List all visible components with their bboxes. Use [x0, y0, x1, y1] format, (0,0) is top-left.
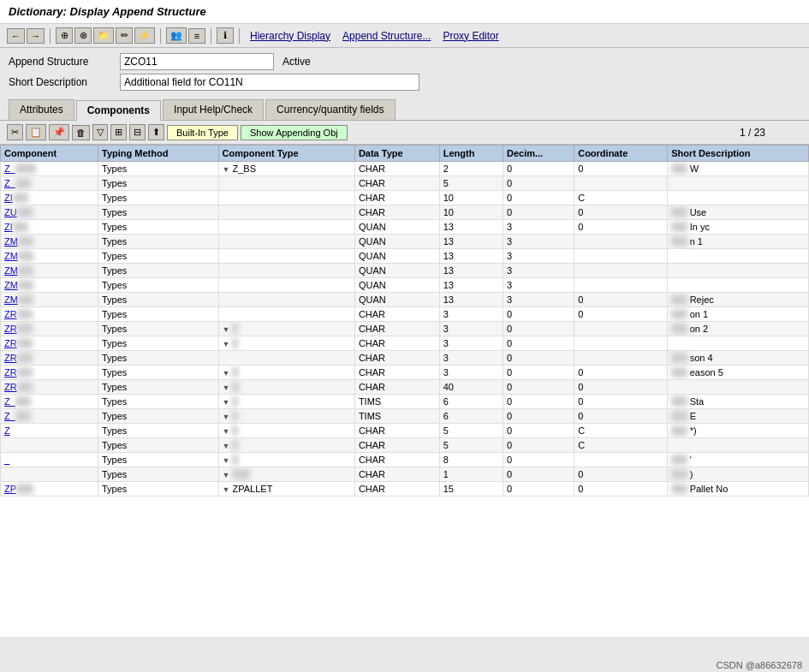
table-cell — [218, 176, 354, 191]
filter-btn[interactable]: ▽ — [92, 124, 108, 140]
table-cell — [218, 220, 354, 235]
table-row: ZR___TypesCHAR30___ son 4 — [1, 351, 809, 366]
forward-btn[interactable]: → — [27, 28, 45, 44]
table-cell: 8 — [439, 453, 503, 467]
table-cell: 13 — [439, 249, 503, 264]
table-cell — [668, 278, 809, 293]
table-cell[interactable]: ZR___ — [1, 336, 98, 351]
table-cell[interactable]: ZU___ — [1, 205, 98, 220]
window-title: Dictionary: Display Append Structure — [9, 5, 206, 18]
table-cell[interactable]: ZM___ — [1, 249, 98, 264]
inner-toolbar: ✂ 📋 📌 🗑 ▽ ⊞ ⊟ ⬆ Built-In Type Show Appen… — [0, 121, 809, 145]
table-cell: 13 — [439, 264, 503, 278]
table-cell[interactable]: ZPALL — [1, 482, 98, 497]
table-row: ZI___TypesCHAR100C — [1, 191, 809, 205]
table-cell: 0 — [503, 322, 574, 336]
table-cell[interactable]: ZI___ — [1, 220, 98, 235]
hierarchy-display-btn[interactable]: Hierarchy Display — [245, 28, 336, 44]
btn5[interactable]: ⚡ — [134, 27, 155, 44]
table-cell: ___ *) — [668, 424, 809, 438]
table-cell[interactable]: ZR___ — [1, 366, 98, 380]
table-cell[interactable]: ZM___ — [1, 278, 98, 293]
built-in-type-btn[interactable]: Built-In Type — [167, 125, 238, 140]
table-cell — [668, 264, 809, 278]
table-row: Z____Types▼ 1TIMS600___ E — [1, 409, 809, 424]
table-cell: CHAR — [354, 191, 439, 205]
tab-input-help[interactable]: Input Help/Check — [163, 99, 264, 120]
sep1 — [50, 28, 51, 44]
btn4[interactable]: ✏ — [116, 27, 133, 44]
copy-btn[interactable]: 📋 — [26, 124, 46, 140]
btn1[interactable]: ⊕ — [56, 27, 73, 44]
table-cell[interactable]: ZM___ — [1, 235, 98, 249]
grid-btn2[interactable]: ⊟ — [129, 124, 146, 140]
table-cell: 0 — [503, 424, 574, 438]
table-cell: Types — [98, 322, 219, 336]
btn7[interactable]: ≡ — [188, 28, 205, 44]
table-cell[interactable]: ZR___ — [1, 380, 98, 395]
btn3[interactable]: 📁 — [93, 27, 114, 44]
table-cell[interactable]: ZM___ — [1, 264, 98, 278]
table-cell: 6 — [439, 395, 503, 409]
table-cell[interactable]: ZM___ — [1, 293, 98, 307]
tab-currency[interactable]: Currency/quantity fields — [265, 99, 395, 120]
table-cell: Types — [98, 249, 219, 264]
delete-btn[interactable]: 🗑 — [72, 125, 90, 140]
table-cell[interactable]: Z____ — [1, 409, 98, 424]
sort-btn[interactable]: ⬆ — [148, 124, 164, 140]
table-cell[interactable]: ZR___ — [1, 322, 98, 336]
table-cell[interactable]: Z — [1, 424, 98, 438]
table-cell: ▼ 2 — [218, 453, 354, 467]
table-cell: 0 — [503, 395, 574, 409]
table-cell — [668, 336, 809, 351]
watermark-text: CSDN @a86632678 — [717, 660, 802, 670]
th-length: Length — [439, 146, 503, 162]
table-cell: CHAR — [354, 424, 439, 438]
table-cell — [574, 235, 668, 249]
table-cell — [574, 264, 668, 278]
table-cell[interactable]: ZR___ — [1, 351, 98, 366]
short-description-label: Short Description — [9, 76, 120, 88]
tab-components[interactable]: Components — [76, 100, 161, 121]
paste-btn[interactable]: 📌 — [49, 124, 69, 140]
tab-attributes[interactable]: Attributes — [9, 99, 74, 120]
table-cell: 3 — [503, 264, 574, 278]
back-btn[interactable]: ← — [7, 28, 25, 44]
table-cell — [218, 235, 354, 249]
table-cell: Types — [98, 409, 219, 424]
table-header-row: Component Typing Method Component Type D… — [1, 146, 809, 162]
table-cell[interactable]: _ — [1, 453, 98, 467]
cut-btn[interactable]: ✂ — [7, 124, 23, 140]
components-table: Component Typing Method Component Type D… — [0, 145, 809, 497]
table-cell: CHAR — [354, 205, 439, 220]
btn6[interactable]: 👥 — [166, 27, 187, 44]
table-row: ZR___Types▼ ZCHAR30___ on 2 — [1, 322, 809, 336]
table-cell[interactable]: Z____ — [1, 176, 98, 191]
table-cell: 2 — [439, 162, 503, 176]
table-cell[interactable]: ZR___ — [1, 307, 98, 322]
btn2[interactable]: ⊗ — [74, 27, 92, 44]
main-toolbar: ← → ⊕ ⊗ 📁 ✏ ⚡ 👥 ≡ ℹ Hierarchy Display Ap… — [0, 24, 809, 48]
table-cell[interactable] — [1, 467, 98, 482]
table-cell: ▼ Z — [218, 322, 354, 336]
table-cell — [668, 176, 809, 191]
grid-btn[interactable]: ⊞ — [110, 124, 127, 140]
proxy-editor-btn[interactable]: Proxy Editor — [437, 28, 503, 44]
append-structure-value: ZCO11 — [120, 53, 274, 70]
table-cell — [218, 307, 354, 322]
table-cell: 3 — [439, 366, 503, 380]
table-cell[interactable]: ZI___ — [1, 191, 98, 205]
page-total: 23 — [754, 127, 765, 139]
table-cell: Types — [98, 380, 219, 395]
table-cell — [218, 293, 354, 307]
show-appending-obj-btn[interactable]: Show Appending Obj — [241, 125, 348, 140]
table-cell[interactable]: Z_RBG — [1, 162, 98, 176]
table-cell: 0 — [503, 307, 574, 322]
table-cell: ▼ Z — [218, 366, 354, 380]
table-cell: 3 — [503, 220, 574, 235]
table-cell[interactable] — [1, 438, 98, 453]
table-cell: 0 — [503, 467, 574, 482]
append-structure-btn[interactable]: Append Structure... — [337, 28, 436, 44]
table-cell[interactable]: Z____ — [1, 395, 98, 409]
btn8[interactable]: ℹ — [217, 27, 234, 44]
